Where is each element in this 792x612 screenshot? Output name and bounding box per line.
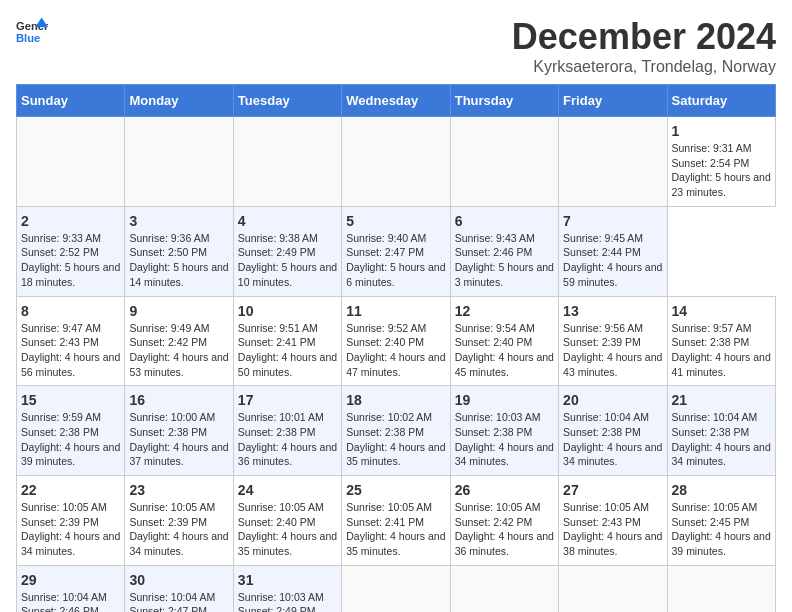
calendar-cell: 11 Sunrise: 9:52 AM Sunset: 2:40 PM Dayl… bbox=[342, 296, 450, 386]
month-title: December 2024 bbox=[512, 16, 776, 58]
daylight-text: Daylight: 4 hours and 38 minutes. bbox=[563, 529, 662, 558]
sunset-text: Sunset: 2:40 PM bbox=[455, 335, 554, 350]
calendar-cell bbox=[559, 565, 667, 612]
col-saturday: Saturday bbox=[667, 85, 775, 117]
sunrise-text: Sunrise: 9:31 AM bbox=[672, 141, 771, 156]
week-row-1: 1 Sunrise: 9:31 AM Sunset: 2:54 PM Dayli… bbox=[17, 117, 776, 207]
sunrise-text: Sunrise: 10:04 AM bbox=[672, 410, 771, 425]
calendar-cell: 21 Sunrise: 10:04 AM Sunset: 2:38 PM Day… bbox=[667, 386, 775, 476]
calendar-cell: 9 Sunrise: 9:49 AM Sunset: 2:42 PM Dayli… bbox=[125, 296, 233, 386]
day-number: 28 bbox=[672, 482, 771, 498]
daylight-text: Daylight: 4 hours and 39 minutes. bbox=[21, 440, 120, 469]
calendar-cell: 13 Sunrise: 9:56 AM Sunset: 2:39 PM Dayl… bbox=[559, 296, 667, 386]
sunrise-text: Sunrise: 9:40 AM bbox=[346, 231, 445, 246]
week-row-3: 8 Sunrise: 9:47 AM Sunset: 2:43 PM Dayli… bbox=[17, 296, 776, 386]
day-number: 8 bbox=[21, 303, 120, 319]
sunrise-text: Sunrise: 9:33 AM bbox=[21, 231, 120, 246]
calendar-cell: 17 Sunrise: 10:01 AM Sunset: 2:38 PM Day… bbox=[233, 386, 341, 476]
col-thursday: Thursday bbox=[450, 85, 558, 117]
sunset-text: Sunset: 2:42 PM bbox=[129, 335, 228, 350]
day-number: 11 bbox=[346, 303, 445, 319]
calendar-cell: 16 Sunrise: 10:00 AM Sunset: 2:38 PM Day… bbox=[125, 386, 233, 476]
calendar-cell: 19 Sunrise: 10:03 AM Sunset: 2:38 PM Day… bbox=[450, 386, 558, 476]
col-monday: Monday bbox=[125, 85, 233, 117]
sunset-text: Sunset: 2:43 PM bbox=[21, 335, 120, 350]
daylight-text: Daylight: 4 hours and 56 minutes. bbox=[21, 350, 120, 379]
sunset-text: Sunset: 2:52 PM bbox=[21, 245, 120, 260]
day-number: 15 bbox=[21, 392, 120, 408]
title-section: December 2024 Kyrksaeterora, Trondelag, … bbox=[512, 16, 776, 76]
sunrise-text: Sunrise: 10:04 AM bbox=[563, 410, 662, 425]
day-number: 6 bbox=[455, 213, 554, 229]
daylight-text: Daylight: 4 hours and 36 minutes. bbox=[238, 440, 337, 469]
sunset-text: Sunset: 2:41 PM bbox=[346, 515, 445, 530]
week-row-2: 2 Sunrise: 9:33 AM Sunset: 2:52 PM Dayli… bbox=[17, 206, 776, 296]
calendar-cell: 24 Sunrise: 10:05 AM Sunset: 2:40 PM Day… bbox=[233, 476, 341, 566]
sunset-text: Sunset: 2:38 PM bbox=[672, 335, 771, 350]
sunset-text: Sunset: 2:38 PM bbox=[346, 425, 445, 440]
calendar-cell bbox=[342, 117, 450, 207]
sunset-text: Sunset: 2:46 PM bbox=[21, 604, 120, 612]
daylight-text: Daylight: 5 hours and 6 minutes. bbox=[346, 260, 445, 289]
sunset-text: Sunset: 2:39 PM bbox=[129, 515, 228, 530]
calendar-cell bbox=[450, 565, 558, 612]
sunset-text: Sunset: 2:38 PM bbox=[238, 425, 337, 440]
sunset-text: Sunset: 2:38 PM bbox=[21, 425, 120, 440]
sunset-text: Sunset: 2:49 PM bbox=[238, 604, 337, 612]
day-number: 3 bbox=[129, 213, 228, 229]
sunset-text: Sunset: 2:47 PM bbox=[346, 245, 445, 260]
day-number: 2 bbox=[21, 213, 120, 229]
calendar-cell bbox=[233, 117, 341, 207]
sunrise-text: Sunrise: 10:04 AM bbox=[21, 590, 120, 605]
sunrise-text: Sunrise: 10:05 AM bbox=[672, 500, 771, 515]
sunrise-text: Sunrise: 9:49 AM bbox=[129, 321, 228, 336]
calendar-cell: 31 Sunrise: 10:03 AM Sunset: 2:49 PM Day… bbox=[233, 565, 341, 612]
svg-text:Blue: Blue bbox=[16, 32, 40, 44]
calendar-cell bbox=[17, 117, 125, 207]
sunset-text: Sunset: 2:41 PM bbox=[238, 335, 337, 350]
sunset-text: Sunset: 2:45 PM bbox=[672, 515, 771, 530]
sunset-text: Sunset: 2:42 PM bbox=[455, 515, 554, 530]
sunset-text: Sunset: 2:38 PM bbox=[672, 425, 771, 440]
daylight-text: Daylight: 5 hours and 23 minutes. bbox=[672, 170, 771, 199]
sunset-text: Sunset: 2:43 PM bbox=[563, 515, 662, 530]
sunset-text: Sunset: 2:40 PM bbox=[238, 515, 337, 530]
calendar-cell: 25 Sunrise: 10:05 AM Sunset: 2:41 PM Day… bbox=[342, 476, 450, 566]
calendar-cell: 4 Sunrise: 9:38 AM Sunset: 2:49 PM Dayli… bbox=[233, 206, 341, 296]
daylight-text: Daylight: 4 hours and 35 minutes. bbox=[346, 529, 445, 558]
logo-icon: General Blue bbox=[16, 16, 48, 48]
day-number: 27 bbox=[563, 482, 662, 498]
daylight-text: Daylight: 4 hours and 35 minutes. bbox=[238, 529, 337, 558]
sunrise-text: Sunrise: 9:59 AM bbox=[21, 410, 120, 425]
calendar-cell: 10 Sunrise: 9:51 AM Sunset: 2:41 PM Dayl… bbox=[233, 296, 341, 386]
sunrise-text: Sunrise: 10:05 AM bbox=[21, 500, 120, 515]
daylight-text: Daylight: 4 hours and 34 minutes. bbox=[672, 440, 771, 469]
sunrise-text: Sunrise: 10:01 AM bbox=[238, 410, 337, 425]
week-row-6: 29 Sunrise: 10:04 AM Sunset: 2:46 PM Day… bbox=[17, 565, 776, 612]
day-number: 1 bbox=[672, 123, 771, 139]
calendar-header-row: Sunday Monday Tuesday Wednesday Thursday… bbox=[17, 85, 776, 117]
day-number: 21 bbox=[672, 392, 771, 408]
calendar-cell: 3 Sunrise: 9:36 AM Sunset: 2:50 PM Dayli… bbox=[125, 206, 233, 296]
daylight-text: Daylight: 4 hours and 34 minutes. bbox=[21, 529, 120, 558]
daylight-text: Daylight: 4 hours and 34 minutes. bbox=[129, 529, 228, 558]
sunset-text: Sunset: 2:38 PM bbox=[563, 425, 662, 440]
day-number: 25 bbox=[346, 482, 445, 498]
sunrise-text: Sunrise: 10:05 AM bbox=[346, 500, 445, 515]
col-friday: Friday bbox=[559, 85, 667, 117]
calendar-cell: 5 Sunrise: 9:40 AM Sunset: 2:47 PM Dayli… bbox=[342, 206, 450, 296]
calendar-cell: 30 Sunrise: 10:04 AM Sunset: 2:47 PM Day… bbox=[125, 565, 233, 612]
calendar-cell: 14 Sunrise: 9:57 AM Sunset: 2:38 PM Dayl… bbox=[667, 296, 775, 386]
calendar-cell: 26 Sunrise: 10:05 AM Sunset: 2:42 PM Day… bbox=[450, 476, 558, 566]
sunrise-text: Sunrise: 9:52 AM bbox=[346, 321, 445, 336]
daylight-text: Daylight: 4 hours and 36 minutes. bbox=[455, 529, 554, 558]
calendar-cell: 20 Sunrise: 10:04 AM Sunset: 2:38 PM Day… bbox=[559, 386, 667, 476]
sunset-text: Sunset: 2:50 PM bbox=[129, 245, 228, 260]
calendar-cell: 6 Sunrise: 9:43 AM Sunset: 2:46 PM Dayli… bbox=[450, 206, 558, 296]
day-number: 4 bbox=[238, 213, 337, 229]
day-number: 5 bbox=[346, 213, 445, 229]
sunrise-text: Sunrise: 10:03 AM bbox=[455, 410, 554, 425]
day-number: 18 bbox=[346, 392, 445, 408]
sunrise-text: Sunrise: 9:57 AM bbox=[672, 321, 771, 336]
day-number: 13 bbox=[563, 303, 662, 319]
